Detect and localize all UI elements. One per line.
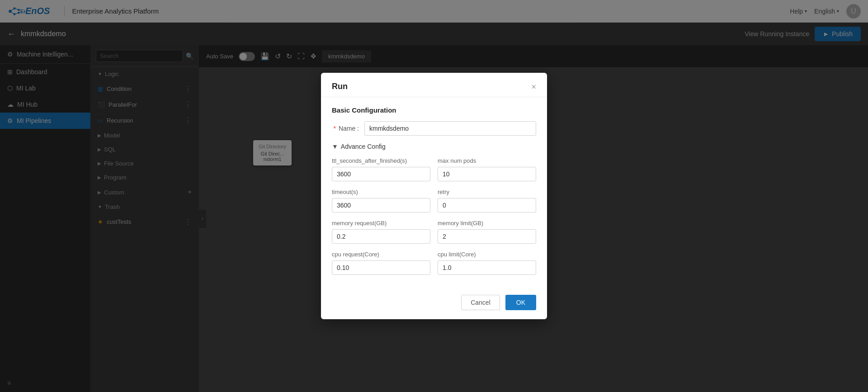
ok-button[interactable]: OK	[505, 295, 536, 310]
max-pods-field: max num pods	[438, 157, 536, 181]
advance-config-arrow-icon: ▼	[332, 143, 338, 150]
modal-footer: Cancel OK	[321, 288, 547, 319]
cpu-lim-field: cpu limit(Core)	[438, 251, 536, 275]
mem-lim-input[interactable]	[438, 229, 536, 244]
ttl-input[interactable]	[332, 167, 430, 181]
modal-header: Run ×	[321, 73, 547, 97]
modal-body: Basic Configuration * Name : ▼ Advance C…	[321, 97, 547, 288]
basic-config-title: Basic Configuration	[332, 106, 536, 114]
cancel-button[interactable]: Cancel	[461, 295, 500, 310]
ttl-label: ttl_seconds_after_finished(s)	[332, 157, 430, 164]
required-star: *	[334, 125, 336, 132]
max-pods-input[interactable]	[438, 167, 536, 181]
mem-lim-field: memory limit(GB)	[438, 220, 536, 244]
name-input[interactable]	[364, 121, 536, 136]
config-grid: ttl_seconds_after_finished(s) max num po…	[332, 157, 536, 275]
mem-req-label: memory request(GB)	[332, 220, 430, 227]
retry-input[interactable]	[438, 198, 536, 213]
mem-req-input[interactable]	[332, 229, 430, 244]
cpu-req-field: cpu request(Core)	[332, 251, 430, 275]
advance-config-header[interactable]: ▼ Advance Config	[332, 143, 536, 150]
ttl-field: ttl_seconds_after_finished(s)	[332, 157, 430, 181]
timeout-field: timeout(s)	[332, 189, 430, 213]
cpu-req-label: cpu request(Core)	[332, 251, 430, 258]
name-field-row: * Name :	[332, 121, 536, 136]
modal-title: Run	[332, 82, 348, 91]
name-label: * Name :	[332, 125, 359, 132]
mem-lim-label: memory limit(GB)	[438, 220, 536, 227]
max-pods-label: max num pods	[438, 157, 536, 164]
run-modal: Run × Basic Configuration * Name : ▼ Adv…	[321, 73, 547, 319]
cpu-lim-label: cpu limit(Core)	[438, 251, 536, 258]
cpu-lim-input[interactable]	[438, 260, 536, 275]
modal-close-button[interactable]: ×	[531, 83, 536, 91]
modal-overlay: Run × Basic Configuration * Name : ▼ Adv…	[0, 0, 868, 392]
cpu-req-input[interactable]	[332, 260, 430, 275]
mem-req-field: memory request(GB)	[332, 220, 430, 244]
timeout-input[interactable]	[332, 198, 430, 213]
retry-field: retry	[438, 189, 536, 213]
retry-label: retry	[438, 189, 536, 195]
timeout-label: timeout(s)	[332, 189, 430, 195]
